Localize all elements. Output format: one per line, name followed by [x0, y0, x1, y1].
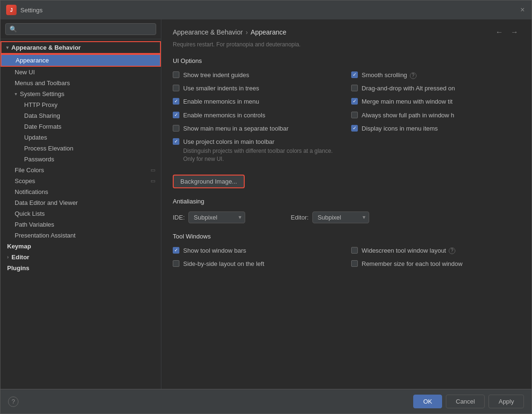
breadcrumb-parent: Appearance & Behavior: [173, 28, 243, 36]
chevron-down-icon: ▾: [15, 91, 17, 97]
nav-arrows: ← →: [494, 27, 520, 37]
ide-antialiasing-select-wrap: Subpixel Greyscale None: [188, 211, 245, 223]
sidebar-item-appearance[interactable]: Appearance: [0, 54, 161, 67]
sidebar: 🔍 ▾ Appearance & Behavior Appearance New…: [0, 19, 161, 389]
option-merge-main-menu: Merge main menu with window tit: [351, 97, 520, 106]
option-label-show-tool-window-bars: Show tool window bars: [183, 247, 246, 255]
sidebar-item-http-proxy[interactable]: HTTP Proxy: [0, 99, 161, 110]
sidebar-item-editor[interactable]: › Editor: [0, 252, 161, 263]
sidebar-item-label: Presentation Assistant: [15, 232, 155, 239]
search-icon: 🔍: [9, 26, 17, 33]
cancel-button[interactable]: Cancel: [446, 395, 485, 408]
checkbox-smooth-scrolling[interactable]: [351, 71, 358, 78]
sidebar-item-label: Date Formats: [24, 123, 155, 130]
checkbox-drag-drop-alt[interactable]: [351, 85, 358, 91]
sidebar-item-system-settings[interactable]: ▾ System Settings: [0, 88, 161, 99]
sidebar-item-label: Appearance: [16, 57, 154, 64]
footer-right: OK Cancel Apply: [413, 395, 524, 408]
apply-button[interactable]: Apply: [488, 395, 524, 408]
option-label-always-full-path: Always show full path in window h: [362, 111, 454, 120]
breadcrumb: Appearance & Behavior › Appearance: [173, 28, 286, 36]
checkbox-mnemonics-menu[interactable]: [173, 98, 179, 105]
sidebar-item-label: Editor: [11, 254, 155, 261]
nav-forward-button[interactable]: →: [509, 27, 520, 37]
sidebar-item-notifications[interactable]: Notifications: [0, 186, 161, 197]
ide-antialiasing-select[interactable]: Subpixel Greyscale None: [188, 211, 245, 223]
checkbox-show-tree-indent[interactable]: [173, 71, 179, 78]
footer: ? OK Cancel Apply: [0, 389, 532, 414]
editor-antialiasing-label: Editor:: [291, 214, 309, 221]
footer-left: ?: [8, 396, 18, 407]
nav-back-button[interactable]: ←: [494, 27, 505, 37]
sidebar-item-presentation-assistant[interactable]: Presentation Assistant: [0, 230, 161, 241]
checkbox-always-full-path[interactable]: [351, 112, 358, 118]
checkbox-side-by-side-left[interactable]: [173, 260, 179, 267]
sidebar-item-updates[interactable]: Updates: [0, 132, 161, 143]
breadcrumb-separator: ›: [246, 28, 248, 36]
help-button[interactable]: ?: [8, 396, 18, 407]
ui-options-right: Smooth scrolling ? Drag-and-drop with Al…: [351, 71, 520, 163]
sidebar-item-label: Path Variables: [15, 221, 155, 228]
option-show-tree-indent: Show tree indent guides: [173, 71, 342, 79]
subtitle: Requires restart. For protanopia and deu…: [173, 41, 520, 48]
option-label-side-by-side-left: Side-by-side layout on the left: [183, 260, 264, 268]
sidebar-item-passwords[interactable]: Passwords: [0, 154, 161, 165]
background-image-button[interactable]: Background Image...: [173, 175, 245, 188]
tool-windows-right: Widescreen tool window layout ? Remember…: [351, 247, 520, 268]
option-label-remember-size: Remember size for each tool window: [362, 260, 462, 268]
checkbox-widescreen-layout[interactable]: [351, 247, 358, 254]
option-mnemonics-menu: Enable mnemonics in menu: [173, 97, 342, 106]
checkbox-mnemonics-controls[interactable]: [173, 112, 179, 118]
sidebar-item-new-ui[interactable]: New UI: [0, 67, 161, 78]
sidebar-item-label: Scopes: [15, 177, 148, 185]
sidebar-item-data-editor-viewer[interactable]: Data Editor and Viewer: [0, 197, 161, 208]
option-show-tool-window-bars: Show tool window bars: [173, 247, 342, 255]
sidebar-item-label: Appearance & Behavior: [11, 44, 155, 51]
sidebar-item-date-formats[interactable]: Date Formats: [0, 121, 161, 132]
search-input-wrap[interactable]: 🔍: [5, 23, 156, 35]
ok-button[interactable]: OK: [413, 395, 442, 408]
help-icon-widescreen[interactable]: ?: [449, 247, 455, 254]
checkbox-show-tool-window-bars[interactable]: [173, 247, 179, 254]
sidebar-item-process-elevation[interactable]: Process Elevation: [0, 143, 161, 154]
editor-antialiasing-select[interactable]: Subpixel Greyscale None: [312, 211, 369, 223]
checkbox-merge-main-menu[interactable]: [351, 98, 358, 105]
tool-windows-section: Tool Windows Show tool window bars Side-…: [173, 233, 520, 268]
checkbox-main-menu-toolbar[interactable]: [173, 125, 179, 132]
bg-image-btn-wrap: Background Image...: [173, 171, 520, 198]
editor-antialiasing-select-wrap: Subpixel Greyscale None: [312, 211, 369, 223]
option-widescreen-layout: Widescreen tool window layout ?: [351, 247, 520, 255]
sidebar-item-scopes[interactable]: Scopes ▭: [0, 176, 161, 186]
close-button[interactable]: ×: [519, 7, 526, 13]
checkbox-display-icons[interactable]: [351, 125, 358, 132]
chevron-down-icon: ▾: [6, 45, 9, 50]
option-remember-size: Remember size for each tool window: [351, 260, 520, 268]
editor-antialiasing-group: Editor: Subpixel Greyscale None: [291, 211, 369, 223]
sidebar-item-plugins[interactable]: Plugins: [0, 263, 161, 273]
sidebar-item-data-sharing[interactable]: Data Sharing: [0, 110, 161, 121]
help-icon-smooth-scrolling[interactable]: ?: [410, 72, 417, 79]
option-label-merge-main-menu: Merge main menu with window tit: [362, 97, 452, 106]
checkbox-project-colors[interactable]: [173, 138, 179, 145]
page-icon: ▭: [151, 178, 155, 184]
sidebar-item-keymap[interactable]: Keymap: [0, 241, 161, 252]
checkbox-remember-size[interactable]: [351, 260, 358, 267]
sidebar-item-file-colors[interactable]: File Colors ▭: [0, 165, 161, 176]
checkbox-smaller-indents[interactable]: [173, 85, 179, 91]
search-input[interactable]: [20, 26, 152, 33]
sidebar-item-quick-lists[interactable]: Quick Lists: [0, 208, 161, 219]
option-sublabel-project-colors: Distinguish projects with different tool…: [183, 147, 342, 163]
sidebar-item-path-variables[interactable]: Path Variables: [0, 219, 161, 230]
ui-options-grid: Show tree indent guides Use smaller inde…: [173, 71, 520, 163]
ide-antialiasing-label: IDE:: [173, 214, 185, 221]
ide-antialiasing-group: IDE: Subpixel Greyscale None: [173, 211, 245, 223]
antialiasing-row: IDE: Subpixel Greyscale None Editor:: [173, 211, 520, 223]
option-always-full-path: Always show full path in window h: [351, 111, 520, 120]
tool-windows-grid: Show tool window bars Side-by-side layou…: [173, 247, 520, 268]
sidebar-item-menus-toolbars[interactable]: Menus and Toolbars: [0, 78, 161, 88]
sidebar-item-label: Data Editor and Viewer: [15, 199, 155, 206]
sidebar-item-appearance-behavior[interactable]: ▾ Appearance & Behavior: [0, 41, 161, 54]
sidebar-item-label: File Colors: [15, 167, 148, 174]
chevron-right-icon: ›: [7, 255, 9, 260]
tool-windows-title: Tool Windows: [173, 233, 520, 240]
